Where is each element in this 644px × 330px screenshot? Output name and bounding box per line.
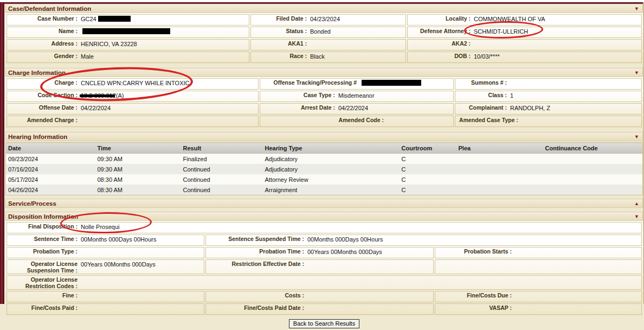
- disposition-info-section-header[interactable]: Disposition Information ▼: [5, 212, 643, 221]
- disposition-info-title: Disposition Information: [8, 213, 78, 220]
- locality-label: Locality :: [409, 16, 471, 22]
- field-fine-costs-paid-date: Fine/Costs Paid Date :: [205, 303, 434, 315]
- field-aka1: AKA1 :: [250, 39, 406, 50]
- col-header-continuance-code: Continuance Code: [543, 143, 643, 154]
- field-name: Name :: [7, 27, 249, 38]
- back-to-search-results-button[interactable]: Back to Search Results: [289, 319, 359, 328]
- collapse-arrow-down-icon[interactable]: ▼: [634, 214, 640, 219]
- field-complainant: Complainant : RANDOLPH, Z: [455, 103, 642, 115]
- field-address: Address : HENRICO, VA 23228: [7, 39, 249, 50]
- charge-label: Charge :: [9, 80, 78, 86]
- defense-attorney-label: Defense Attorney :: [409, 28, 471, 35]
- code-section-label: Code Section :: [9, 92, 78, 99]
- field-costs: Costs :: [205, 291, 434, 302]
- sentence-suspended-time-label: Sentence Suspended Time :: [208, 236, 304, 243]
- field-aka2: AKA2 :: [407, 39, 642, 50]
- case-number-label: Case Number :: [9, 16, 78, 22]
- hearing-time: 08:30 AM: [95, 174, 181, 185]
- probation-starts-label: Probation Starts :: [437, 249, 512, 255]
- field-offense-tracking: Offense Tracking/Processing #: [260, 78, 454, 90]
- disposition-table: Final Disposition : Nolle Prosequi Sente…: [5, 221, 643, 316]
- redaction-box-name: [82, 28, 170, 34]
- class-label: Class :: [457, 92, 507, 99]
- field-operator-license-restriction-codes: Operator License Restriction Codes :: [7, 275, 642, 290]
- field-probation-starts: Probation Starts :: [435, 247, 642, 258]
- hearing-continuance-code: [543, 154, 643, 164]
- col-header-result: Result: [181, 143, 263, 154]
- field-offense-date: Offense Date : 04/22/2024: [7, 103, 259, 115]
- sentence-suspended-time-value: 00Months 000Days 00Hours: [307, 236, 383, 243]
- field-race: Race : Black: [250, 52, 406, 63]
- expand-arrow-up-icon[interactable]: ▲: [634, 201, 640, 206]
- col-header-plea: Plea: [456, 143, 543, 154]
- col-header-time: Time: [95, 143, 181, 154]
- arrest-date-label: Arrest Date :: [262, 105, 335, 111]
- operator-license-suspension-time-label: Operator License Suspension Time :: [9, 261, 78, 274]
- charge-info-section-header[interactable]: Charge Information ▼: [5, 68, 643, 77]
- service-process-section-header[interactable]: Service/Process ▲: [5, 199, 643, 208]
- offense-tracking-label: Offense Tracking/Processing #: [262, 80, 357, 86]
- service-process-title: Service/Process: [8, 200, 56, 207]
- collapse-arrow-down-icon[interactable]: ▼: [634, 7, 640, 11]
- field-amended-charge: Amended Charge :: [7, 116, 259, 127]
- hearing-info-title: Hearing Information: [8, 134, 67, 140]
- hearing-date: 04/26/2024: [6, 185, 95, 195]
- hearing-row: 05/17/2024 08:30 AM Continued Attorney R…: [6, 174, 643, 185]
- amended-code-label: Amended Code :: [262, 117, 384, 124]
- col-header-date: Date: [6, 143, 95, 154]
- fine-costs-paid-date-label: Fine/Costs Paid Date :: [208, 305, 304, 312]
- hearing-type: Arraignment: [263, 185, 400, 195]
- collapse-arrow-down-icon[interactable]: ▼: [634, 71, 640, 75]
- final-disposition-value: Nolle Prosequi: [81, 224, 120, 230]
- charge-value: CNCLED WPN:CARRY WHILE INTOXIC: [81, 80, 189, 86]
- hearing-plea: [456, 185, 543, 195]
- costs-label: Costs :: [208, 293, 304, 299]
- hearing-row: 07/16/2024 09:30 AM Continued Adjudicato…: [6, 164, 643, 174]
- probation-time-value: 00Years 00Months 000Days: [307, 249, 382, 255]
- offense-date-label: Offense Date :: [9, 105, 78, 111]
- fine-costs-paid-label: Fine/Costs Paid :: [9, 305, 78, 312]
- gender-label: Gender :: [9, 53, 78, 60]
- field-fine-costs-due: Fine/Costs Due :: [435, 291, 642, 302]
- hearing-info-section-header[interactable]: Hearing Information ▼: [5, 132, 643, 141]
- hearing-plea: [456, 154, 543, 164]
- offense-date-value: 04/22/2024: [81, 105, 111, 111]
- class-value: 1: [510, 92, 513, 99]
- hearing-continuance-code: [543, 185, 643, 195]
- aka1-label: AKA1 :: [253, 41, 307, 47]
- hearing-row: 04/26/2024 08:30 AM Continued Arraignmen…: [6, 185, 643, 195]
- address-label: Address :: [9, 41, 78, 47]
- field-code-section: Code Section : 18.2-308.012(A): [7, 91, 259, 102]
- restriction-effective-date-label: Restriction Effective Date :: [208, 261, 304, 268]
- left-border-decoration: [0, 2, 4, 304]
- field-dob: DOB : 10/03/****: [407, 52, 642, 63]
- field-locality: Locality : COMMONWEALTH OF VA: [407, 14, 642, 26]
- dob-value: 10/03/****: [474, 53, 500, 60]
- hearing-date: 05/17/2024: [6, 174, 95, 185]
- case-type-label: Case Type :: [262, 92, 335, 99]
- probation-time-label: Probation Time :: [208, 249, 304, 255]
- case-info-section-header[interactable]: Case/Defendant Information ▼: [5, 4, 643, 13]
- redaction-strike-bar-code-section: [80, 94, 115, 97]
- hearing-type: Attorney Review: [263, 174, 400, 185]
- hearing-result: Continued: [181, 164, 263, 174]
- field-class: Class : 1: [455, 91, 642, 102]
- field-charge: Charge : CNCLED WPN:CARRY WHILE INTOXIC: [7, 78, 259, 90]
- operator-license-suspension-time-value: 00Years 00Months 000Days: [81, 261, 156, 268]
- field-sentence-suspended-time: Sentence Suspended Time : 00Months 000Da…: [205, 234, 642, 246]
- probation-type-label: Probation Type :: [9, 249, 78, 255]
- field-summons: Summons # :: [455, 78, 642, 90]
- hearing-courtroom: C: [400, 164, 456, 174]
- defense-attorney-value: SCHMIDT-ULLRICH: [474, 28, 528, 35]
- field-vasap: VASAP :: [435, 303, 642, 315]
- fine-costs-due-label: Fine/Costs Due :: [437, 293, 512, 299]
- col-header-hearing-type: Hearing Type: [263, 143, 400, 154]
- collapse-arrow-down-icon[interactable]: ▼: [634, 135, 640, 139]
- address-value: HENRICO, VA 23228: [81, 41, 137, 47]
- field-case-number: Case Number : GC24: [7, 14, 249, 26]
- col-header-courtroom: Courtroom: [400, 143, 456, 154]
- field-gender: Gender : Male: [7, 52, 249, 63]
- hearing-type: Adjudicatory: [263, 154, 400, 164]
- hearing-header-row: Date Time Result Hearing Type Courtroom …: [6, 143, 643, 154]
- redaction-box-case-number: [98, 16, 131, 22]
